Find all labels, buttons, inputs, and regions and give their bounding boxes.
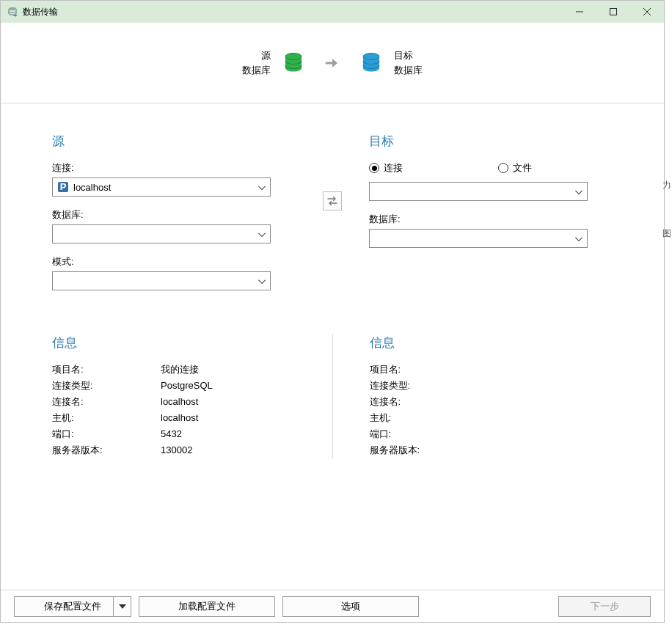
footer-bar: 保存配置文件 加载配置文件 选项 下一步 <box>1 590 664 622</box>
source-connection-value: localhost <box>73 182 111 193</box>
info-label: 主机: <box>370 410 478 426</box>
radio-unselected-icon <box>498 163 508 173</box>
info-line: 连接名: <box>370 394 613 410</box>
target-radio-file[interactable]: 文件 <box>498 161 532 175</box>
info-line: 服务器版本: <box>370 442 613 458</box>
info-value: 我的连接 <box>161 362 199 378</box>
dialog-window: 数据传输 源 数据库 <box>0 0 665 623</box>
svg-rect-2 <box>610 9 617 15</box>
postgresql-icon: P <box>57 181 69 193</box>
info-label: 连接名: <box>52 394 161 410</box>
info-line: 主机: <box>370 410 613 426</box>
info-label: 服务器版本: <box>370 442 478 458</box>
load-profile-button[interactable]: 加载配置文件 <box>139 596 275 617</box>
info-line: 连接名:localhost <box>52 394 290 410</box>
window-title: 数据传输 <box>23 6 58 18</box>
target-column: 目标 连接 文件 数据库: <box>332 103 664 290</box>
swap-source-target-button[interactable] <box>323 191 342 210</box>
save-profile-button[interactable]: 保存配置文件 <box>14 596 131 617</box>
source-database-label: 数据库: <box>52 208 290 221</box>
svg-point-0 <box>9 7 16 10</box>
minimize-button[interactable] <box>563 1 596 23</box>
source-column: 源 连接: P localhost 数据库: <box>1 103 332 290</box>
source-database-select[interactable] <box>52 224 271 243</box>
info-label: 端口: <box>370 426 478 442</box>
info-value: localhost <box>161 410 198 426</box>
header-target-line1: 目标 <box>394 48 423 63</box>
info-source-column: 信息 项目名:我的连接连接类型:PostgreSQL连接名:localhost主… <box>1 334 332 458</box>
header-target-group: 目标 数据库 <box>359 48 423 78</box>
source-connection-label: 连接: <box>52 161 290 175</box>
maximize-button[interactable] <box>596 1 630 23</box>
info-value: PostgreSQL <box>161 378 213 394</box>
info-line: 项目名:我的连接 <box>52 362 290 378</box>
background-window-edge: 力 图 <box>665 0 672 630</box>
header-target-line2: 数据库 <box>394 63 423 78</box>
info-line: 连接类型: <box>370 378 613 394</box>
header-band: 源 数据库 <box>1 23 664 103</box>
info-target-column: 信息 项目名:连接类型:连接名:主机:端口:服务器版本: <box>333 334 665 458</box>
target-connection-select[interactable] <box>369 182 588 201</box>
target-section-header: 目标 <box>369 133 613 150</box>
info-line: 服务器版本:130002 <box>52 442 290 458</box>
source-section-header: 源 <box>52 133 290 150</box>
source-connection-select[interactable]: P localhost <box>52 177 271 197</box>
save-profile-label: 保存配置文件 <box>44 600 101 613</box>
chevron-down-icon <box>575 233 582 244</box>
info-label: 端口: <box>52 426 161 442</box>
target-radio-file-label: 文件 <box>513 161 532 175</box>
target-radio-connection[interactable]: 连接 <box>369 161 403 175</box>
arrow-right-icon <box>324 54 341 72</box>
info-line: 项目名: <box>370 362 613 378</box>
info-label: 连接名: <box>370 394 478 410</box>
titlebar: 数据传输 <box>1 1 664 23</box>
info-line: 端口:5432 <box>52 426 290 442</box>
target-database-label: 数据库: <box>369 213 613 226</box>
source-schema-select[interactable] <box>52 271 271 290</box>
header-source-line1: 源 <box>242 48 271 63</box>
info-target-header: 信息 <box>370 334 613 351</box>
info-label: 项目名: <box>370 362 478 378</box>
target-database-select[interactable] <box>369 229 588 248</box>
main-area: 源 连接: P localhost 数据库: <box>1 103 664 590</box>
options-button[interactable]: 选项 <box>282 596 419 617</box>
next-button[interactable]: 下一步 <box>558 596 651 617</box>
info-line: 端口: <box>370 426 613 442</box>
info-value: 5432 <box>161 426 182 442</box>
info-label: 项目名: <box>52 362 161 378</box>
save-profile-dropdown-button[interactable] <box>113 596 131 617</box>
header-source-line2: 数据库 <box>242 63 271 78</box>
app-icon <box>7 6 18 18</box>
options-label: 选项 <box>341 600 360 613</box>
database-target-icon <box>359 51 384 76</box>
header-source-text: 源 数据库 <box>242 48 271 78</box>
chevron-down-icon <box>258 182 266 193</box>
info-source-header: 信息 <box>52 334 290 351</box>
database-source-icon <box>281 51 306 76</box>
info-value: localhost <box>161 394 198 410</box>
target-radio-connection-label: 连接 <box>384 161 403 175</box>
source-schema-label: 模式: <box>52 255 290 268</box>
header-source-group: 源 数据库 <box>242 48 306 78</box>
svg-text:P: P <box>60 181 67 192</box>
next-label: 下一步 <box>591 600 619 613</box>
info-label: 连接类型: <box>52 378 161 394</box>
chevron-down-icon <box>258 229 266 240</box>
chevron-down-icon <box>258 276 266 287</box>
info-line: 主机:localhost <box>52 410 290 426</box>
info-value: 130002 <box>161 442 192 458</box>
radio-selected-icon <box>369 163 379 173</box>
triangle-down-icon <box>119 604 126 609</box>
info-label: 主机: <box>52 410 161 426</box>
load-profile-label: 加载配置文件 <box>178 600 235 613</box>
info-label: 连接类型: <box>370 378 478 394</box>
info-line: 连接类型:PostgreSQL <box>52 378 290 394</box>
header-target-text: 目标 数据库 <box>394 48 423 78</box>
close-button[interactable] <box>630 1 664 23</box>
info-label: 服务器版本: <box>52 442 161 458</box>
info-row: 信息 项目名:我的连接连接类型:PostgreSQL连接名:localhost主… <box>1 334 664 458</box>
chevron-down-icon <box>575 186 582 197</box>
